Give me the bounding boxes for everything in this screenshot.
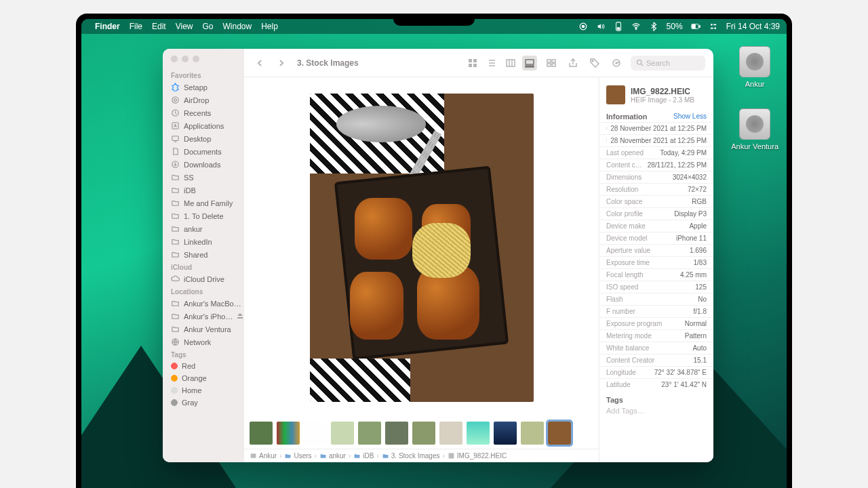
drive-ankur-ventura[interactable]: Ankur Ventura [731,108,778,150]
sidebar-item-recents[interactable]: Recents [163,106,244,119]
sidebar-item-me-and-family[interactable]: Me and Family [163,197,244,209]
preview-image[interactable] [244,77,599,418]
sidebar-item-icloud-drive[interactable]: iCloud Drive [163,272,244,285]
sidebar-tag-red[interactable]: Red [163,360,244,372]
svg-rect-16 [172,136,178,141]
path-crumb-ankur[interactable]: Ankur [250,452,277,460]
search-placeholder: Search [646,59,670,67]
info-value: 4.25 mm [680,271,707,279]
sidebar-item-1-to-delete[interactable]: 1. To Delete [163,209,244,222]
sidebar-item-documents[interactable]: Documents [163,145,244,158]
menu-go[interactable]: Go [203,22,214,31]
minimize-button[interactable] [182,56,189,62]
thumbnail[interactable] [548,422,571,445]
sidebar-item-shared[interactable]: Shared [163,248,244,261]
thumbnail[interactable] [385,422,408,445]
sidebar-item-label: Applications [184,122,224,130]
sidebar-item-label: Ankur Ventura [184,325,231,333]
add-tags-field[interactable]: Add Tags… [599,405,713,423]
sidebar-item-airdrop[interactable]: AirDrop [163,94,244,106]
view-gallery-button[interactable] [522,56,537,70]
volume-icon[interactable] [596,22,606,31]
thumbnail[interactable] [494,422,517,445]
path-bar: Ankur›Users›ankur›iDB›3. Stock Images›IM… [244,449,599,462]
view-columns-button[interactable] [503,56,518,70]
thumbnail[interactable] [467,422,490,445]
close-button[interactable] [171,56,178,62]
thumbnail[interactable] [358,422,381,445]
sidebar-item-label: Ankur's iPho… [184,312,233,321]
battery-percent[interactable]: 50% [667,22,683,31]
tags-section-title: Tags [599,390,713,405]
battery-icon [691,22,701,31]
group-button[interactable] [544,56,559,70]
thumbnail[interactable] [250,422,273,445]
search-field[interactable]: Search [631,56,705,70]
sidebar-section-favorites: Favorites [163,69,244,81]
info-thumbnail [606,85,625,104]
forward-button[interactable] [274,56,289,70]
sidebar-item-network[interactable]: Network [163,336,244,348]
info-value: Display P3 [674,210,707,218]
info-value: No [698,296,707,303]
thumbnail[interactable] [304,422,327,445]
menu-view[interactable]: View [176,22,193,31]
sidebar-item-ankur-s-macbo[interactable]: Ankur's MacBo… [163,297,244,310]
thumbnail[interactable] [331,422,354,445]
battery-menu-icon[interactable] [614,22,623,31]
path-crumb-ankur[interactable]: ankur [319,452,346,460]
info-row-color-profile: Color profileDisplay P3 [599,207,713,220]
tags-button[interactable] [587,56,602,70]
sidebar-item-setapp[interactable]: Setapp [163,81,244,94]
info-value: 72×72 [688,186,707,193]
sidebar-item-label: Documents [184,148,222,156]
path-crumb-idb[interactable]: iDB [353,452,374,460]
menu-help[interactable]: Help [261,22,278,31]
clock[interactable]: Fri 14 Oct 4:39 [726,22,780,31]
view-list-button[interactable] [484,56,499,70]
wifi-icon[interactable] [631,22,641,31]
info-row-last-opened: Last openedToday, 4:29 PM [599,146,713,159]
bluetooth-icon[interactable] [649,22,658,31]
sidebar-item-linkedin[interactable]: LinkedIn [163,235,244,248]
menu-window[interactable]: Window [223,22,252,31]
control-center-icon[interactable] [709,22,718,31]
menu-file[interactable]: File [130,22,142,31]
sidebar-item-ankur-s-ipho[interactable]: Ankur's iPho… [163,310,244,323]
info-row-longitude: Longitude72° 32' 34.878" E [599,366,713,378]
sidebar-item-ankur-ventura[interactable]: Ankur Ventura [163,323,244,336]
screen-record-icon[interactable] [578,22,588,31]
sidebar-tag-gray[interactable]: Gray [163,396,244,409]
action-button[interactable] [609,56,624,70]
filmstrip [244,418,599,449]
app-name[interactable]: Finder [95,22,120,31]
back-button[interactable] [252,56,267,70]
sidebar-tag-home[interactable]: Home [163,384,244,396]
thumbnail[interactable] [277,422,300,445]
zoom-button[interactable] [193,56,199,62]
sidebar-item-desktop[interactable]: Desktop [163,132,244,145]
share-button[interactable] [566,56,580,70]
sidebar-item-applications[interactable]: Applications [163,119,244,132]
path-crumb-3-stock-images[interactable]: 3. Stock Images [382,452,440,460]
thumbnail[interactable] [412,422,435,445]
show-less-toggle[interactable]: Show Less [673,113,707,120]
svg-rect-24 [526,60,534,64]
sidebar-item-ankur[interactable]: ankur [163,222,244,235]
thumbnail[interactable] [521,422,544,445]
info-value: 1.696 [690,247,707,254]
path-crumb-users[interactable]: Users [284,452,311,460]
menu-edit[interactable]: Edit [152,22,166,31]
drive-ankur[interactable]: Ankur [739,46,770,88]
view-icons-button[interactable] [465,56,480,70]
thumbnail[interactable] [439,422,462,445]
chevron-right-icon: › [279,452,281,460]
info-row-flash: FlashNo [599,293,713,305]
path-crumb-img-9822-heic[interactable]: IMG_9822.HEIC [448,452,507,460]
sidebar-item-ss[interactable]: SS [163,171,244,184]
eject-icon[interactable] [237,312,243,321]
sidebar-item-downloads[interactable]: Downloads [163,158,244,171]
sidebar-item-idb[interactable]: iDB [163,184,244,197]
info-pane: IMG_9822.HEIC HEIF Image - 2.3 MB Inform… [599,77,713,462]
sidebar-tag-orange[interactable]: Orange [163,372,244,384]
